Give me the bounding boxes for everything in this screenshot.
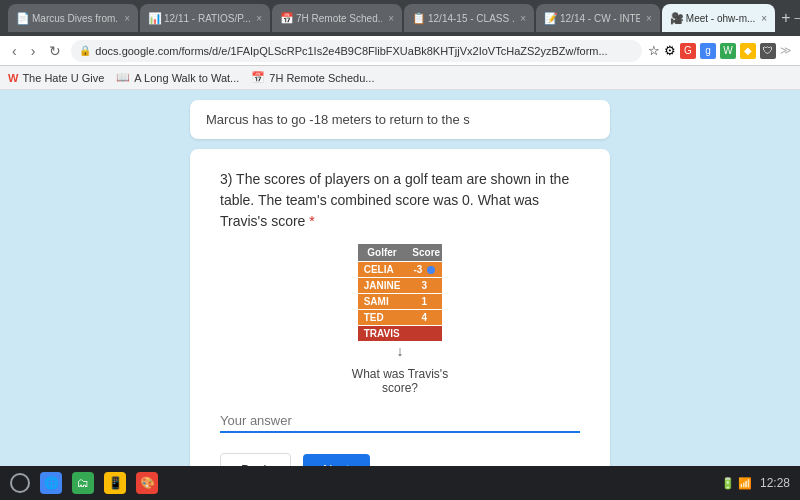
tab-close-cw[interactable]: × (646, 13, 652, 24)
taskbar-left: 🌐 🗂 📱 🎨 (10, 472, 158, 494)
tab-icon-remote: 📅 (280, 12, 292, 24)
tab-remote[interactable]: 📅 7H Remote Sched... × (272, 4, 402, 32)
td-golfer-sami: SAMI (358, 294, 407, 309)
bookmark-label-hate-u-give: The Hate U Give (22, 72, 104, 84)
taskbar-chrome-icon[interactable]: 🌐 (40, 472, 62, 494)
tab-cw[interactable]: 📝 12/14 - CW - INTE... × (536, 4, 660, 32)
tab-icon-class: 📋 (412, 12, 424, 24)
bookmarks-bar: W The Hate U Give 📖 A Long Walk to Wat..… (0, 66, 800, 90)
td-golfer-ted: TED (358, 310, 407, 325)
form-card: 3) The scores of players on a golf team … (190, 149, 610, 466)
taskbar-app3-icon[interactable]: 📱 (104, 472, 126, 494)
taskbar-time: 12:28 (760, 476, 790, 490)
page-content: Marcus has to go -18 meters to return to… (0, 90, 800, 466)
url-text: docs.google.com/forms/d/e/1FAIpQLScRPc1I… (95, 45, 607, 57)
tab-close-remote[interactable]: × (388, 13, 394, 24)
lock-icon: 🔒 (79, 45, 91, 56)
url-box[interactable]: 🔒 docs.google.com/forms/d/e/1FAIpQLScRPc… (71, 40, 642, 62)
ext-icon-3: W (720, 43, 736, 59)
bookmark-star-icon[interactable]: ☆ (648, 43, 660, 58)
tab-icon-cw: 📝 (544, 12, 556, 24)
minimize-button[interactable]: ─ (795, 11, 801, 25)
taskbar: 🌐 🗂 📱 🎨 🔋 📶 12:28 (0, 466, 800, 500)
tab-close-class[interactable]: × (520, 13, 526, 24)
reload-button[interactable]: ↻ (45, 41, 65, 61)
tab-class[interactable]: 📋 12/14-15 - CLASS ... × (404, 4, 534, 32)
td-score-janine: 3 (406, 278, 442, 293)
previous-answer-text: Marcus has to go -18 meters to return to… (206, 112, 470, 127)
button-row: Back Next (220, 453, 580, 466)
arrow-icon: ↓ (358, 343, 443, 359)
ext-icon-2: g (700, 43, 716, 59)
table-row-ted: TED 4 (358, 310, 443, 325)
wordpress-icon: W (8, 72, 18, 84)
question-text: 3) The scores of players on a golf team … (220, 169, 580, 232)
launcher-button[interactable] (10, 473, 30, 493)
td-golfer-travis: TRAVIS (358, 326, 407, 341)
tab-label-cw: 12/14 - CW - INTE... (560, 13, 640, 24)
answer-input-container (220, 411, 580, 433)
browser-chrome: 📄 Marcus Dives from... × 📊 12/11 - RATIO… (0, 0, 800, 36)
back-button[interactable]: Back (220, 453, 291, 466)
td-golfer-janine: JANINE (358, 278, 407, 293)
score-indicator-celia (427, 266, 435, 274)
tab-close-ratios[interactable]: × (256, 13, 262, 24)
tab-icon-marcus: 📄 (16, 12, 28, 24)
td-score-travis (406, 326, 442, 341)
taskbar-app4-icon[interactable]: 🎨 (136, 472, 158, 494)
tab-meet[interactable]: 🎥 Meet - ohw-m... × (662, 4, 775, 32)
td-score-celia: -3 (406, 262, 442, 277)
table-row-sami: SAMI 1 (358, 294, 443, 309)
calendar-icon: 📅 (251, 71, 265, 84)
tab-label-meet: Meet - ohw-m... (686, 13, 755, 24)
tab-bar: 📄 Marcus Dives from... × 📊 12/11 - RATIO… (8, 0, 800, 36)
td-score-sami: 1 (406, 294, 442, 309)
tab-ratios[interactable]: 📊 12/11 - RATIOS/P... × (140, 4, 270, 32)
tab-close-marcus[interactable]: × (124, 13, 130, 24)
required-star: * (309, 213, 314, 229)
th-golfer: Golfer (358, 244, 407, 261)
extension-icons: ☆ ⚙ G g W ◆ 🛡 ≫ (648, 43, 792, 59)
settings-icon[interactable]: ⚙ (664, 43, 676, 58)
td-golfer-celia: CELIA (358, 262, 407, 277)
tab-label-marcus: Marcus Dives from... (32, 13, 118, 24)
td-score-ted: 4 (406, 310, 442, 325)
tab-icon-meet: 🎥 (670, 12, 682, 24)
previous-answer-box: Marcus has to go -18 meters to return to… (190, 100, 610, 139)
golf-table-visual: Golfer Score CELIA -3 JANINE 3 (358, 244, 443, 359)
ext-icon-4: ◆ (740, 43, 756, 59)
tab-close-meet[interactable]: × (761, 13, 767, 24)
tab-label-class: 12/14-15 - CLASS ... (428, 13, 514, 24)
tab-marcus[interactable]: 📄 Marcus Dives from... × (8, 4, 138, 32)
table-row-janine: JANINE 3 (358, 278, 443, 293)
forward-nav-button[interactable]: › (27, 41, 40, 61)
new-tab-button[interactable]: + (781, 9, 790, 27)
bookmark-label-long-walk: A Long Walk to Wat... (134, 72, 239, 84)
bookmark-label-remote-schedule: 7H Remote Schedu... (269, 72, 374, 84)
bookmark-long-walk[interactable]: 📖 A Long Walk to Wat... (116, 71, 239, 84)
taskbar-right: 🔋 📶 12:28 (721, 476, 790, 490)
table-row-celia: CELIA -3 (358, 262, 443, 277)
taskbar-icons-area: 🔋 📶 (721, 477, 752, 490)
ext-icon-5: 🛡 (760, 43, 776, 59)
address-bar: ‹ › ↻ 🔒 docs.google.com/forms/d/e/1FAIpQ… (0, 36, 800, 66)
table-header-row: Golfer Score (358, 244, 443, 261)
golf-table-container: Golfer Score CELIA -3 JANINE 3 (220, 244, 580, 395)
next-button[interactable]: Next (303, 454, 370, 466)
bookmark-remote-schedule[interactable]: 📅 7H Remote Schedu... (251, 71, 374, 84)
th-score: Score (406, 244, 442, 261)
tab-icon-ratios: 📊 (148, 12, 160, 24)
back-nav-button[interactable]: ‹ (8, 41, 21, 61)
tab-label-ratios: 12/11 - RATIOS/P... (164, 13, 250, 24)
tab-label-remote: 7H Remote Sched... (296, 13, 382, 24)
table-row-travis: TRAVIS (358, 326, 443, 341)
bookmark-hate-u-give[interactable]: W The Hate U Give (8, 72, 104, 84)
golf-caption: What was Travis'sscore? (352, 367, 448, 395)
taskbar-files-icon[interactable]: 🗂 (72, 472, 94, 494)
ext-icon-1: G (680, 43, 696, 59)
book-icon: 📖 (116, 71, 130, 84)
more-extensions-icon[interactable]: ≫ (780, 44, 792, 57)
your-answer-input[interactable] (220, 413, 400, 428)
